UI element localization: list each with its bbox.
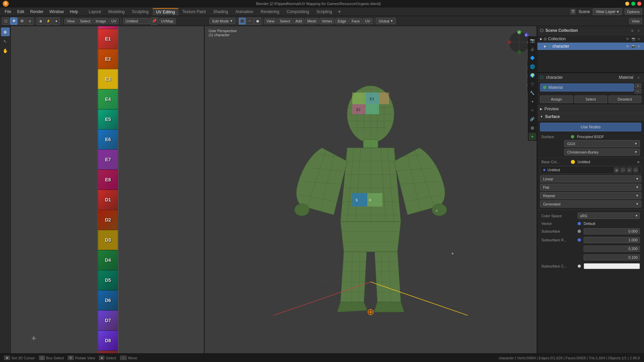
vp-vertex-menu[interactable]: Vertex	[319, 18, 334, 24]
use-nodes-btn[interactable]: Use Nodes	[540, 123, 641, 131]
generated-dropdown[interactable]: Generated ▾	[540, 200, 641, 207]
prop-scene-icon[interactable]: 🌐	[529, 63, 536, 70]
uv-tool-btn1[interactable]: ◻	[2, 17, 9, 25]
vp-shading-dropdown[interactable]: Global ▾	[376, 18, 396, 24]
uv-tool-btn4[interactable]: ≡	[26, 17, 34, 25]
subsurface-value-field[interactable]: 0.000	[584, 228, 640, 234]
tab-modeling[interactable]: Modeling	[105, 8, 128, 15]
tab-scripting[interactable]: Scripting	[313, 8, 335, 15]
vp-edge-menu[interactable]: Edge	[335, 18, 348, 24]
prop-view-layer-icon[interactable]: 🔷	[529, 54, 536, 62]
collection-row-1[interactable]: ▶ ⊞ Collection 👁 📷 ⊘	[537, 35, 644, 43]
assign-btn[interactable]: Assign	[540, 96, 573, 103]
minimize-btn[interactable]	[625, 2, 629, 6]
prop-data-icon[interactable]: ▦	[529, 124, 536, 131]
char-eye-icon[interactable]: 👁	[625, 44, 630, 49]
uv-render-btn[interactable]: ⚡	[45, 17, 52, 25]
preview-section-header[interactable]: ▶ Preview	[537, 105, 644, 113]
maximize-btn[interactable]	[631, 2, 635, 6]
edge-select-btn[interactable]: ─	[246, 17, 254, 25]
prop-particles-icon[interactable]: ✦	[529, 98, 536, 105]
christensen-dropdown[interactable]: Christensen-Burley ▾	[564, 148, 640, 156]
vp-mode-select[interactable]: Edit Mode ▾	[209, 18, 235, 24]
prop-expand-btn[interactable]: ≡	[636, 75, 641, 80]
prop-world-icon[interactable]: 🌍	[529, 72, 536, 79]
coll-lock-icon[interactable]: ⊘	[637, 37, 641, 41]
add-workspace-btn[interactable]: +	[336, 8, 343, 15]
tab-sculpting[interactable]: Sculpting	[129, 8, 152, 15]
tex-delete-icon[interactable]: ✕	[633, 167, 638, 173]
uv-tool-btn2[interactable]: ✥	[10, 17, 17, 25]
coll-camera-icon[interactable]: 📷	[631, 37, 636, 41]
tab-texture-paint[interactable]: Texture Paint	[179, 8, 209, 15]
tab-rendering[interactable]: Rendering	[257, 8, 282, 15]
face-select-btn[interactable]: ◼	[254, 17, 261, 25]
repeat-dropdown[interactable]: Repeat ▾	[540, 192, 641, 199]
tex-material-icon[interactable]: ◉	[614, 167, 619, 173]
vp-select-menu[interactable]: Select	[277, 18, 292, 24]
window-menu[interactable]: Window	[47, 9, 66, 15]
sc-options-icon[interactable]: ≡	[636, 28, 641, 33]
uv-tool-btn3[interactable]: ⊞	[18, 17, 25, 25]
char-lock-icon[interactable]: ⊘	[637, 44, 641, 49]
tab-shading[interactable]: Shading	[210, 8, 231, 15]
prop-modifier-icon[interactable]: 🔧	[529, 89, 536, 97]
uv-sidebar-cursor-icon[interactable]: ⊕	[1, 27, 10, 36]
vp-options-btn[interactable]: View	[629, 18, 642, 24]
surface-section-header[interactable]: ▼ Surface	[537, 113, 644, 121]
val-02-field[interactable]: 0.200	[584, 246, 640, 252]
sc-filter-icon[interactable]: ⊕	[630, 28, 635, 33]
vp-add-menu[interactable]: Add	[293, 18, 305, 24]
file-menu[interactable]: File	[2, 9, 14, 15]
ggx-dropdown[interactable]: GGX ▾	[564, 140, 640, 147]
vp-face-menu[interactable]: Face	[349, 18, 362, 24]
vp-uv-menu[interactable]: UV	[363, 18, 373, 24]
uv-sidebar-select-icon[interactable]: ↖	[1, 37, 10, 46]
collection-row-character[interactable]: ▶ ⬡ character 👁 📷 ⊘	[537, 43, 644, 50]
vp-mesh-menu[interactable]: Mesh	[305, 18, 319, 24]
prop-material-icon[interactable]: ●	[529, 133, 536, 140]
uv-solid-btn[interactable]: ●	[53, 17, 60, 25]
prop-object-icon[interactable]: ▽	[529, 80, 536, 88]
subsurface-c-swatch[interactable]	[584, 263, 640, 269]
prop-physics-icon[interactable]: ⚛	[529, 107, 536, 114]
tex-copy-icon[interactable]: ⬡	[620, 167, 626, 173]
select-btn[interactable]: Select	[574, 96, 607, 103]
edit-menu[interactable]: Edit	[14, 9, 27, 15]
remove-material-btn[interactable]: −	[635, 89, 641, 94]
close-btn[interactable]	[637, 2, 641, 6]
tab-compositing[interactable]: Compositing	[283, 8, 312, 15]
val-01-field[interactable]: 0.100	[584, 254, 640, 260]
base-color-dot[interactable]	[571, 160, 575, 164]
tab-animation[interactable]: Animation	[232, 8, 257, 15]
view-layer-dropdown[interactable]: View Layer ▾	[593, 8, 622, 15]
uv-sidebar-hand-icon[interactable]: ✋	[1, 46, 10, 55]
uv-uv-btn[interactable]: UV	[109, 18, 119, 24]
vertex-select-btn[interactable]: ⬛	[238, 17, 246, 25]
linear-dropdown[interactable]: Linear ▾	[540, 175, 641, 182]
uv-uvmap-btn[interactable]: UVMap	[159, 18, 176, 24]
uv-image-btn[interactable]: Image	[93, 18, 108, 24]
render-options-btn[interactable]: Options	[625, 9, 642, 15]
tab-uv-editing[interactable]: UV Editing	[153, 8, 178, 15]
vp-view-menu[interactable]: View	[264, 18, 277, 24]
char-camera-icon[interactable]: 📷	[631, 44, 636, 49]
material-item[interactable]: Material	[540, 83, 634, 92]
uv-title-input[interactable]: Untitled	[123, 18, 150, 24]
uv-select-btn[interactable]: Select	[78, 18, 93, 24]
render-menu[interactable]: Render	[28, 9, 46, 15]
tex-new-icon[interactable]: ⊕	[627, 167, 632, 173]
tab-layout[interactable]: Layout	[86, 8, 104, 15]
uv-xray-btn[interactable]: ◑	[37, 17, 44, 25]
color-space-dropdown[interactable]: sRG ▾	[578, 213, 640, 219]
add-material-btn[interactable]: +	[635, 83, 641, 88]
prop-render-icon[interactable]: 📷	[529, 37, 536, 44]
prop-constraints-icon[interactable]: 🔗	[529, 115, 536, 123]
coll-eye-icon[interactable]: 👁	[625, 37, 630, 41]
subsurface-r-value-field[interactable]: 1.000	[584, 237, 640, 243]
uv-view-btn[interactable]: View	[64, 18, 77, 24]
uv-pin-icon[interactable]: 📌	[151, 17, 158, 25]
help-menu[interactable]: Help	[67, 9, 81, 15]
flat-dropdown[interactable]: Flat ▾	[540, 184, 641, 191]
prop-output-icon[interactable]: 🖨	[529, 46, 536, 53]
